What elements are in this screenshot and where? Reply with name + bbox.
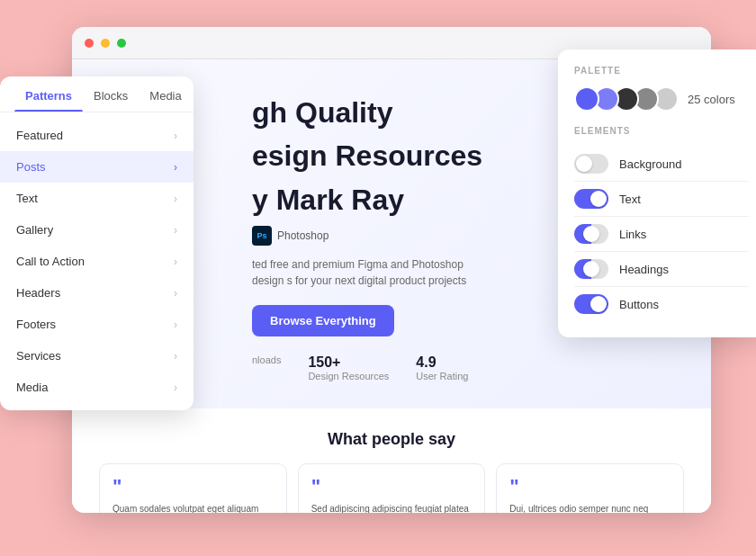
element-label-background: Background	[619, 157, 681, 171]
sidebar-item-posts-label: Posts	[16, 160, 46, 174]
toggle-background[interactable]	[574, 154, 608, 174]
tab-blocks[interactable]: Blocks	[83, 76, 139, 112]
sidebar-item-media-label: Media	[16, 381, 48, 394]
element-row-buttons: Buttons	[574, 286, 749, 321]
palette-count: 25 colors	[688, 93, 735, 106]
testimonial-text-1: Quam sodales volutpat eget aliquam massa…	[112, 502, 274, 513]
toggle-buttons[interactable]	[574, 294, 608, 314]
rating-label: User Rating	[416, 371, 468, 381]
resources-value: 150+	[308, 354, 389, 371]
rating-value: 4.9	[416, 354, 468, 371]
chevron-icon-footers: ›	[174, 318, 177, 331]
downloads-label: nloads	[252, 354, 281, 365]
color-swatch-1	[574, 86, 599, 112]
element-label-links: Links	[619, 228, 646, 241]
tab-media[interactable]: Media	[139, 76, 192, 112]
browser-dot-red	[85, 39, 94, 48]
sidebar-item-cta-label: Call to Action	[16, 255, 85, 268]
sidebar-item-footers[interactable]: Footers ›	[0, 309, 194, 340]
testimonials-title: What people say	[99, 430, 684, 449]
sidebar-menu: Featured › Posts › Text › Gallery › Call…	[0, 112, 194, 410]
elements-list: Background Text Links Headings	[574, 147, 749, 321]
toggle-headings[interactable]	[574, 259, 608, 279]
toggle-knob-links	[583, 226, 599, 242]
ps-icon: Ps	[252, 226, 272, 246]
testimonial-card-2: " Sed adipiscing adipiscing feugiat plat…	[298, 463, 486, 513]
chevron-icon-headers: ›	[174, 287, 177, 300]
resources-label: Design Resources	[308, 371, 389, 381]
toggle-text[interactable]	[574, 189, 608, 209]
element-row-headings: Headings	[574, 251, 749, 286]
toggle-links[interactable]	[574, 224, 608, 244]
quote-mark-2: "	[311, 477, 472, 497]
element-row-background: Background	[574, 147, 749, 181]
browser-dot-yellow	[101, 39, 110, 48]
sidebar-item-cta[interactable]: Call to Action ›	[0, 246, 194, 277]
palette-panel: PALETTE 25 colors ELEMENTS Background Te…	[558, 49, 756, 337]
sidebar-item-featured-label: Featured	[16, 129, 63, 142]
element-label-buttons: Buttons	[619, 298, 659, 311]
browse-button[interactable]: Browse Everything	[252, 305, 394, 336]
elements-section-title: ELEMENTS	[574, 126, 749, 136]
sidebar-item-posts[interactable]: Posts ›	[0, 151, 194, 183]
sidebar-item-gallery[interactable]: Gallery ›	[0, 214, 194, 246]
testimonial-text-3: Dui, ultrices odio semper nunc neq praes…	[509, 502, 670, 513]
toggle-knob-background	[576, 156, 592, 172]
hero-stat-downloads: nloads	[252, 354, 281, 381]
browser-dot-green	[117, 39, 126, 48]
sidebar-tabs: Patterns Blocks Media	[0, 76, 194, 112]
hero-stats: nloads 150+ Design Resources 4.9 User Ra…	[252, 354, 675, 381]
chevron-icon-cta: ›	[174, 256, 177, 268]
element-label-text: Text	[619, 193, 641, 206]
palette-section-title: PALETTE	[574, 66, 749, 76]
chevron-icon-featured: ›	[174, 130, 177, 142]
ps-label: Photoshop	[277, 229, 328, 242]
sidebar-panel: Patterns Blocks Media Featured › Posts ›…	[0, 76, 194, 410]
hero-description: ted free and premium Figma and Photoshop…	[252, 256, 468, 289]
hero-stat-resources: 150+ Design Resources	[308, 354, 389, 381]
testimonial-text-2: Sed adipiscing adipiscing feugiat platea…	[311, 502, 472, 513]
testimonials-grid: " Quam sodales volutpat eget aliquam mas…	[99, 463, 684, 513]
hero-stat-rating: 4.9 User Rating	[416, 354, 468, 381]
toggle-knob-headings	[583, 261, 599, 277]
sidebar-item-text[interactable]: Text ›	[0, 183, 194, 214]
palette-colors-row: 25 colors	[574, 86, 749, 112]
chevron-icon-media: ›	[174, 381, 177, 394]
sidebar-item-headers[interactable]: Headers ›	[0, 277, 194, 309]
sidebar-item-text-label: Text	[16, 192, 38, 205]
sidebar-item-services[interactable]: Services ›	[0, 340, 194, 372]
sidebar-item-featured[interactable]: Featured ›	[0, 120, 194, 151]
sidebar-item-media[interactable]: Media ›	[0, 372, 194, 403]
sidebar-item-headers-label: Headers	[16, 286, 60, 300]
element-row-links: Links	[574, 216, 749, 251]
element-row-text: Text	[574, 181, 749, 216]
testimonial-card-3: " Dui, ultrices odio semper nunc neq pra…	[496, 463, 684, 513]
element-label-headings: Headings	[619, 263, 669, 276]
toggle-knob-text	[590, 191, 607, 207]
quote-mark-3: "	[509, 477, 670, 497]
chevron-icon-text: ›	[174, 193, 177, 205]
testimonials-section: What people say " Quam sodales volutpat …	[72, 408, 711, 513]
chevron-icon-gallery: ›	[174, 224, 177, 237]
sidebar-item-gallery-label: Gallery	[16, 223, 53, 237]
sidebar-item-services-label: Services	[16, 349, 61, 363]
tab-patterns[interactable]: Patterns	[14, 76, 83, 112]
testimonial-card-1: " Quam sodales volutpat eget aliquam mas…	[99, 463, 287, 513]
quote-mark-1: "	[112, 477, 274, 497]
chevron-icon-services: ›	[174, 350, 177, 363]
sidebar-item-footers-label: Footers	[16, 318, 56, 331]
chevron-icon-posts: ›	[174, 161, 177, 174]
toggle-knob-buttons	[590, 296, 607, 312]
